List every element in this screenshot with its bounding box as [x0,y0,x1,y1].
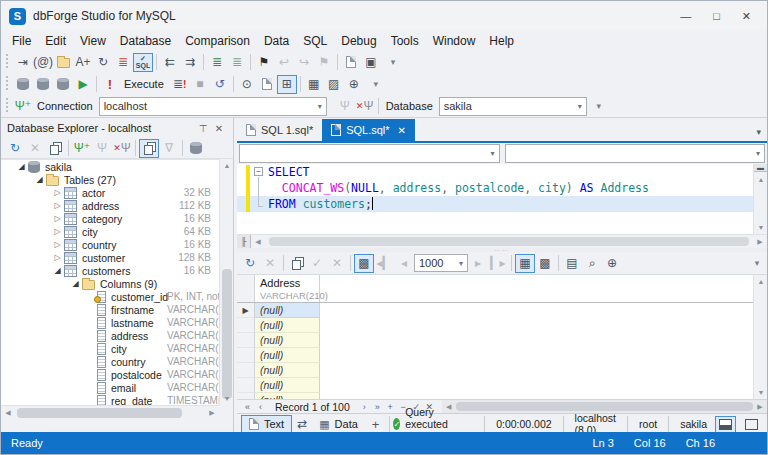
find-in-grid-icon[interactable]: ⌕ [582,254,602,273]
editor-hsplit-handle[interactable]: ╟ [237,235,251,248]
cancel-refresh-icon[interactable]: ✕ [260,254,280,273]
cancel-changes-icon[interactable]: ✕ [327,254,347,273]
window-list-icon[interactable]: ▣ [361,53,381,72]
edit-row-icon[interactable] [287,254,307,273]
menu-debug[interactable]: Debug [334,32,383,50]
tree-item-columns-folder[interactable]: ◢ Columns (9) [1,277,219,290]
grid-vertical-scrollbar[interactable]: ▲ ▼ [753,275,767,399]
duplicate-object-icon[interactable] [45,139,65,158]
tree-item-table[interactable]: ▷ customer 128 KB [1,251,219,264]
connection-select[interactable]: localhost▾ [99,97,327,116]
menu-comparison[interactable]: Comparison [178,32,257,50]
tree-item-column[interactable]: country VARCHAR(30), [1,355,219,368]
card-view-icon[interactable]: ▩ [535,254,555,273]
uncomment-icon[interactable]: ≣ [227,53,247,72]
disconnect-icon[interactable]: ✕Ψ [355,97,375,116]
tree-item-table[interactable]: ▷ category 16 KB [1,212,219,225]
grid-row[interactable]: ▶ (null) [237,303,753,318]
toolbar-overflow-icon[interactable]: ▾ [589,97,609,116]
menu-file[interactable]: File [5,32,38,50]
edit-database-icon[interactable] [13,75,33,94]
refresh-database-icon[interactable] [33,75,53,94]
maximize-icon[interactable]: □ [713,10,720,23]
sql-formatter-icon[interactable]: ✓SQL [133,53,153,72]
tree-item-tables-folder[interactable]: ◢ Tables (27) [1,173,219,186]
connect-icon[interactable]: Ψ [335,97,355,116]
new-document-icon[interactable] [341,53,361,72]
new-connection-icon[interactable]: Ψ⁺ [13,97,33,116]
toolbar-overflow-icon[interactable]: ▾ [383,53,403,72]
previous-bookmark-icon[interactable]: ↩ [274,53,294,72]
no-split-layout-icon[interactable] [742,417,761,432]
editor-right-combobox[interactable]: ▾ [505,144,766,163]
next-bookmark-icon[interactable]: ↪ [294,53,314,72]
tree-item-table[interactable]: ▷ city 64 KB [1,225,219,238]
refresh-results-icon[interactable]: ↻ [240,254,260,273]
tree-item-column[interactable]: city VARCHAR(30), [1,342,219,355]
filter-icon[interactable]: ∇ [159,139,179,158]
editor-split-handle[interactable]: ▬ [754,164,767,172]
database-select[interactable]: sakila▾ [439,97,587,116]
format-document-icon[interactable]: ≣ [113,53,133,72]
tree-item-column[interactable]: firstname VARCHAR(30), [1,303,219,316]
pin-icon[interactable]: ⊤ [195,123,211,134]
tree-item-table[interactable]: ◢ customers 16 KB [1,264,219,277]
first-record-icon[interactable]: « [241,402,254,412]
append-record-icon[interactable]: + [384,402,397,412]
menu-tools[interactable]: Tools [384,32,426,50]
grid-row[interactable]: (null) [237,378,753,393]
grid-row[interactable]: (null) [237,333,753,348]
tab-data-view[interactable]: ▦ Data [312,415,365,433]
tree-item-column[interactable]: postalcode VARCHAR(30), [1,368,219,381]
code-fold-icon[interactable]: − [254,167,263,176]
export-data-icon[interactable] [257,75,277,94]
import-data-icon[interactable]: ⊞ [277,75,297,94]
first-page-icon[interactable]: ◂▎ [374,254,394,273]
tree-vertical-scrollbar[interactable]: ▲ ▼ [219,159,233,405]
column-header-address[interactable]: Address VARCHAR(210) [255,275,320,302]
toolbar-grip[interactable] [5,54,10,70]
editor-vertical-scrollbar[interactable]: ▬ ▲ ▼ [753,164,767,234]
tree-item-database[interactable]: ◢ sakila [1,160,219,173]
previous-page-icon[interactable]: ◂ [394,254,414,273]
tree-item-column[interactable]: lastname VARCHAR(30), [1,316,219,329]
next-page-icon[interactable]: ▸ [468,254,488,273]
horizontal-layout-icon[interactable] [715,416,736,433]
decrease-indent-icon[interactable]: ⇇ [160,53,180,72]
execute-icon[interactable]: ! [100,75,120,94]
export-grid-icon[interactable]: ⊕ [602,254,622,273]
menu-view[interactable]: View [73,32,113,50]
commit-database-icon[interactable] [53,75,73,94]
grid-row[interactable]: (null) [237,348,753,363]
menu-window[interactable]: Window [426,32,483,50]
refresh-database-objects-icon[interactable] [186,139,206,158]
bookmark-icon[interactable]: ⚑ [254,53,274,72]
open-folder-icon[interactable] [53,53,73,72]
execute-script-icon[interactable]: ≣! [170,75,190,94]
menu-sql[interactable]: SQL [296,32,334,50]
last-record-icon[interactable]: » [371,402,384,412]
execute-button[interactable]: Execute [124,78,164,90]
refresh-tree-icon[interactable]: ↻ [5,139,25,158]
editor-left-combobox[interactable]: ▾ [239,144,500,163]
pagination-mode-icon[interactable]: ▩ [354,254,374,273]
font-size-icon[interactable]: A+ [73,53,93,72]
increase-indent-icon[interactable]: ⇉ [180,53,200,72]
tree-item-column[interactable]: email VARCHAR(50) [1,381,219,394]
tab-sql-active[interactable]: SQL.sql* ✕ [322,119,415,141]
goto-line-icon[interactable]: ⇥ [13,53,33,72]
grid-row[interactable]: (null) [237,363,753,378]
tree-horizontal-scrollbar[interactable]: ◀ ▶ [1,405,219,419]
stop-icon[interactable]: ■ [190,75,210,94]
previous-record-icon[interactable]: ‹ [254,402,267,412]
sql-editor[interactable]: − SELECT CONCAT_WS(NULL, address, postal… [237,164,767,234]
delete-icon[interactable]: ✕ [25,139,45,158]
clear-bookmarks-icon[interactable]: ⚑ [314,53,334,72]
database-diagram-icon[interactable]: ▨ [324,75,344,94]
minimize-icon[interactable]: — [680,10,691,23]
refresh-objects-icon[interactable] [139,139,159,158]
close-icon[interactable]: ✕ [742,10,751,23]
new-connection-icon[interactable]: Ψ⁺ [72,139,92,158]
tab-sql1[interactable]: SQL 1.sql* [237,119,322,141]
menu-edit[interactable]: Edit [38,32,73,50]
